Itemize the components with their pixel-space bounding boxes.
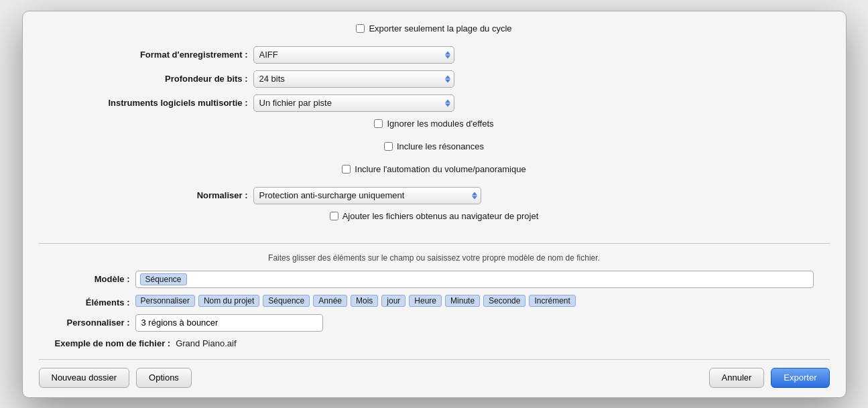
bit-depth-select[interactable]: 16 bits 24 bits 32 bits — [253, 70, 454, 88]
resonances-row: Inclure les résonances — [39, 141, 830, 157]
element-seconde[interactable]: Seconde — [483, 295, 525, 307]
annuler-button[interactable]: Annuler — [709, 368, 765, 388]
automation-checkbox[interactable] — [342, 165, 351, 174]
normaliser-select-wrapper: Désactivé Surmodulation Protection anti-… — [253, 187, 481, 204]
ignorer-row: Ignorer les modules d'effets — [39, 119, 830, 135]
bottom-section: Faites glisser des éléments sur le champ… — [39, 244, 830, 360]
automation-checkbox-row: Inclure l'automation du volume/panoramiq… — [342, 164, 525, 174]
bit-depth-row: Profondeur de bits : 16 bits 24 bits 32 … — [39, 70, 830, 88]
automation-label: Inclure l'automation du volume/panoramiq… — [355, 164, 525, 174]
resonances-checkbox-row: Inclure les résonances — [384, 141, 484, 151]
hint-text: Faites glisser des éléments sur le champ… — [55, 253, 814, 263]
multisortie-select[interactable]: Un fichier par piste Fichiers séparés — [253, 94, 454, 112]
normaliser-label: Normaliser : — [39, 190, 253, 200]
format-control: AIFF WAV CAF MP3 AAC FLAC — [253, 46, 830, 64]
element-personnaliser[interactable]: Personnaliser — [135, 295, 195, 307]
element-jour[interactable]: jour — [381, 295, 406, 307]
footer-left: Nouveau dossier Options — [39, 368, 192, 388]
cycle-checkbox-row: Exporter seulement la plage du cycle — [356, 23, 511, 33]
nouveau-dossier-button[interactable]: Nouveau dossier — [39, 368, 130, 388]
personnaliser-input[interactable] — [135, 314, 323, 332]
resonances-checkbox[interactable] — [384, 142, 393, 151]
normaliser-control: Désactivé Surmodulation Protection anti-… — [253, 187, 830, 204]
format-select-wrapper: AIFF WAV CAF MP3 AAC FLAC — [253, 46, 454, 64]
modele-row: Modèle : Séquence — [55, 271, 814, 288]
element-increment[interactable]: Incrément — [529, 295, 575, 307]
multisortie-label: Instruments logiciels multisortie : — [39, 98, 253, 108]
personnaliser-label: Personnaliser : — [55, 318, 135, 328]
cycle-label: Exporter seulement la plage du cycle — [369, 23, 511, 33]
export-dialog: Exporter seulement la plage du cycle For… — [22, 11, 847, 398]
footer-right: Annuler Exporter — [709, 368, 830, 388]
elements-row: Éléments : Personnaliser Nom du projet S… — [55, 295, 814, 308]
ajouter-checkbox[interactable] — [330, 212, 338, 220]
example-label: Exemple de nom de fichier : — [55, 338, 176, 348]
bit-depth-select-wrapper: 16 bits 24 bits 32 bits — [253, 70, 454, 88]
normaliser-row: Normaliser : Désactivé Surmodulation Pro… — [39, 187, 830, 204]
ajouter-checkbox-row: Ajouter les fichiers obtenus au navigate… — [330, 211, 539, 221]
format-select[interactable]: AIFF WAV CAF MP3 AAC FLAC — [253, 46, 454, 64]
personnaliser-row: Personnaliser : — [55, 314, 814, 332]
ajouter-label: Ajouter les fichiers obtenus au navigate… — [343, 211, 539, 221]
example-value: Grand Piano.aif — [176, 338, 236, 348]
ignorer-checkbox-row: Ignorer les modules d'effets — [374, 119, 493, 129]
dialog-body: Exporter seulement la plage du cycle For… — [23, 11, 846, 360]
element-mois[interactable]: Mois — [351, 295, 378, 307]
multisortie-select-wrapper: Un fichier par piste Fichiers séparés — [253, 94, 454, 112]
format-label: Format d'enregistrement : — [39, 50, 253, 60]
elements-tokens: Personnaliser Nom du projet Séquence Ann… — [135, 295, 814, 307]
element-nom-projet[interactable]: Nom du projet — [198, 295, 259, 307]
cycle-checkbox[interactable] — [356, 24, 365, 33]
cycle-row: Exporter seulement la plage du cycle — [39, 23, 830, 40]
example-row: Exemple de nom de fichier : Grand Piano.… — [55, 338, 814, 348]
ignorer-label: Ignorer les modules d'effets — [387, 119, 493, 129]
bit-depth-control: 16 bits 24 bits 32 bits — [253, 70, 830, 88]
resonances-label: Inclure les résonances — [397, 141, 484, 151]
normaliser-select[interactable]: Désactivé Surmodulation Protection anti-… — [253, 187, 481, 204]
element-sequence[interactable]: Séquence — [263, 295, 310, 307]
bit-depth-label: Profondeur de bits : — [39, 74, 253, 84]
options-button[interactable]: Options — [136, 368, 192, 388]
element-minute[interactable]: Minute — [445, 295, 480, 307]
element-heure[interactable]: Heure — [409, 295, 442, 307]
multisortie-row: Instruments logiciels multisortie : Un f… — [39, 94, 830, 112]
ajouter-row: Ajouter les fichiers obtenus au navigate… — [39, 211, 830, 227]
modele-field: Séquence — [135, 271, 814, 288]
dialog-footer: Nouveau dossier Options Annuler Exporter — [23, 360, 846, 397]
modele-token[interactable]: Séquence — [140, 273, 187, 285]
element-annee[interactable]: Année — [313, 295, 347, 307]
multisortie-control: Un fichier par piste Fichiers séparés — [253, 94, 830, 112]
exporter-button[interactable]: Exporter — [771, 368, 829, 388]
top-section: Exporter seulement la plage du cycle For… — [39, 23, 830, 244]
format-row: Format d'enregistrement : AIFF WAV CAF M… — [39, 46, 830, 64]
automation-row: Inclure l'automation du volume/panoramiq… — [39, 164, 830, 180]
modele-label: Modèle : — [55, 274, 135, 284]
ignorer-checkbox[interactable] — [374, 119, 383, 128]
elements-label: Éléments : — [55, 295, 135, 308]
